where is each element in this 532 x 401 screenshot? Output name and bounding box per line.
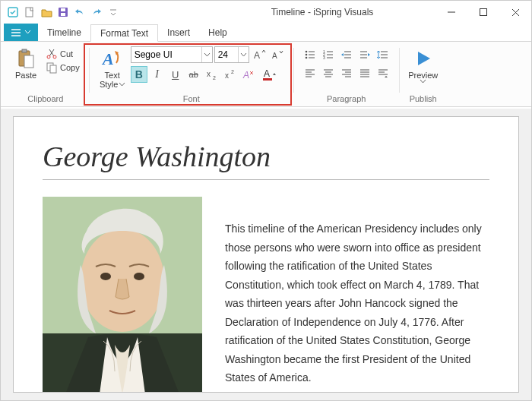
svg-text:3: 3 [323,55,325,60]
cut-label: Cut [60,49,73,58]
text-style-label-1: Text [105,71,120,80]
svg-rect-8 [24,55,33,68]
font-family-input[interactable] [131,47,201,62]
strikethrough-button[interactable]: ab [185,66,202,83]
svg-point-23 [305,51,307,53]
svg-text:A: A [101,49,114,68]
svg-point-33 [134,273,144,280]
grow-font-button[interactable]: A [251,46,268,63]
chevron-down-icon [119,83,125,87]
svg-text:A: A [264,68,270,79]
svg-point-24 [305,54,307,56]
svg-rect-3 [61,13,65,16]
preview-button[interactable]: Preview [407,46,439,84]
preview-label: Preview [408,71,438,80]
align-right-button[interactable] [338,65,355,81]
open-icon[interactable] [40,6,52,18]
file-tab[interactable] [4,24,38,41]
svg-text:x: x [207,70,211,78]
line-spacing-button[interactable] [375,46,391,63]
svg-text:2: 2 [213,75,216,81]
portrait-image[interactable] [43,197,202,393]
svg-text:x: x [225,71,229,80]
cut-button[interactable]: Cut [45,48,81,60]
shrink-font-button[interactable]: A [269,46,286,63]
copy-icon [46,62,57,73]
svg-point-10 [53,55,56,58]
preview-icon [413,48,434,69]
text-direction-button[interactable] [375,65,391,81]
align-left-button[interactable] [302,65,318,81]
chevron-down-icon [420,80,426,84]
group-clipboard: Paste Cut Copy Clipboard [5,45,86,106]
chevron-down-icon[interactable] [201,47,212,62]
ribbon: Paste Cut Copy Clipboard A Text Style [1,42,531,107]
text-style-label-2: Style [100,80,118,89]
ribbon-tabs: Timeline Format Text Insert Help [1,24,531,42]
italic-button[interactable]: I [149,66,166,83]
clear-format-button[interactable]: A [240,66,257,83]
document-title[interactable]: George Washington [43,140,489,173]
paste-label: Paste [15,71,36,80]
app-icon [7,6,19,18]
tab-help[interactable]: Help [199,24,236,41]
svg-text:A: A [242,70,249,81]
svg-rect-12 [50,65,56,73]
justify-button[interactable] [356,65,373,81]
close-button[interactable] [504,4,527,21]
svg-rect-22 [263,78,272,81]
copy-label: Copy [60,63,80,72]
chevron-down-icon[interactable] [238,47,249,62]
document-page[interactable]: George Washington [13,116,519,393]
svg-text:A: A [254,50,260,61]
redo-icon[interactable] [90,6,103,18]
svg-rect-4 [61,8,65,11]
bold-button[interactable]: B [131,66,147,83]
editor-canvas: George Washington [1,109,531,400]
paste-icon [15,48,36,69]
tab-insert[interactable]: Insert [158,24,199,41]
group-font: A Text Style A A [93,45,290,106]
document-body-text[interactable]: This timeline of the American Presidency… [225,197,489,387]
text-style-icon: A [102,48,123,69]
outdent-button[interactable] [338,46,355,63]
numbering-button[interactable]: 123 [320,46,337,63]
group-paragraph: 123 Paragraph [297,45,396,106]
group-publish: Preview Publish [403,45,444,106]
tab-timeline[interactable]: Timeline [38,24,90,41]
new-icon[interactable] [24,6,36,18]
font-size-input[interactable] [215,47,238,62]
superscript-button[interactable]: x2 [222,66,239,83]
tab-format-text[interactable]: Format Text [90,24,158,42]
qat-dropdown-icon[interactable] [107,6,119,18]
paste-button[interactable]: Paste [10,46,42,80]
svg-rect-7 [22,49,27,52]
group-label-publish: Publish [410,94,437,105]
subscript-button[interactable]: x2 [204,66,220,83]
copy-button[interactable]: Copy [45,62,81,74]
group-label-font: Font [183,94,200,105]
save-icon[interactable] [57,6,69,18]
svg-text:A: A [272,52,277,60]
maximize-button[interactable] [472,4,495,21]
menu-icon [11,29,21,36]
align-center-button[interactable] [320,65,337,81]
document-hr [43,179,489,180]
window-controls [440,1,527,24]
undo-icon[interactable] [74,6,86,18]
group-label-paragraph: Paragraph [327,94,366,105]
chevron-down-icon [25,30,30,34]
svg-point-25 [305,57,307,59]
underline-button[interactable]: U [167,66,184,83]
svg-point-32 [100,273,111,280]
font-color-button[interactable]: A [258,66,280,83]
svg-text:2: 2 [231,69,234,74]
font-family-combo[interactable] [131,46,213,63]
bullets-button[interactable] [302,46,318,63]
minimize-button[interactable] [440,4,463,21]
quick-access-toolbar [7,6,119,18]
font-size-combo[interactable] [214,46,249,63]
text-style-button[interactable]: A Text Style [97,46,128,89]
svg-rect-5 [480,9,487,16]
indent-button[interactable] [356,46,373,63]
